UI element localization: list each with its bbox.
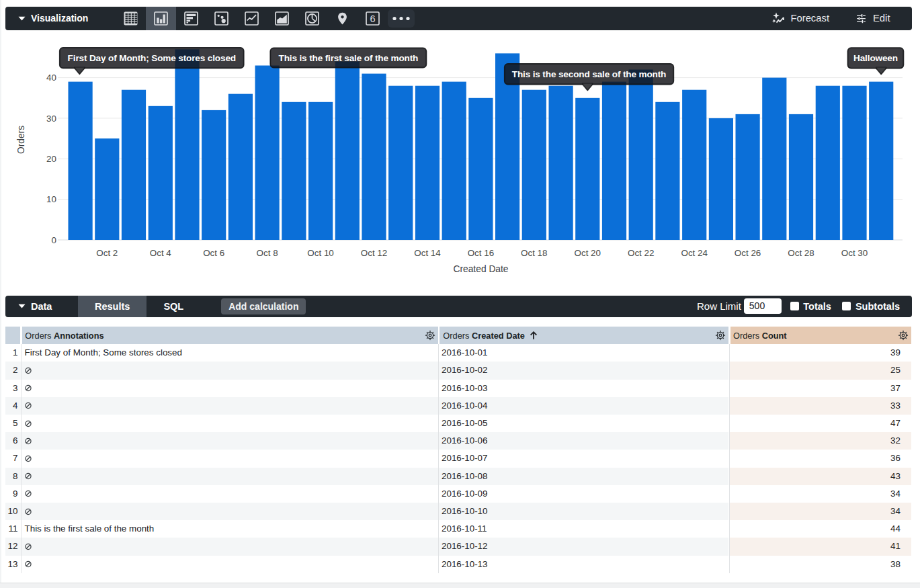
svg-text:Oct 28: Oct 28 — [788, 248, 814, 258]
svg-text:This is the first sale of the: This is the first sale of the month — [279, 53, 419, 63]
svg-text:Oct 6: Oct 6 — [203, 248, 224, 258]
svg-text:Oct 30: Oct 30 — [841, 248, 868, 258]
svg-text:This is the second sale of the: This is the second sale of the month — [512, 69, 667, 79]
svg-text:Oct 12: Oct 12 — [361, 248, 387, 258]
svg-text:Oct 2: Oct 2 — [96, 248, 118, 258]
svg-text:Oct 10: Oct 10 — [307, 248, 333, 258]
svg-text:Oct 24: Oct 24 — [681, 248, 708, 258]
svg-text:Oct 26: Oct 26 — [735, 248, 761, 258]
svg-text:Oct 20: Oct 20 — [575, 248, 601, 258]
svg-text:Oct 22: Oct 22 — [628, 248, 654, 258]
svg-text:40: 40 — [46, 73, 56, 83]
svg-text:Oct 14: Oct 14 — [414, 248, 441, 258]
svg-text:20: 20 — [46, 154, 56, 164]
svg-text:Orders: Orders — [16, 126, 26, 154]
svg-text:10: 10 — [46, 194, 56, 204]
svg-text:0: 0 — [52, 235, 56, 245]
svg-text:Oct 4: Oct 4 — [150, 248, 172, 258]
svg-text:Created Date: Created Date — [453, 264, 508, 274]
svg-text:Oct 18: Oct 18 — [521, 248, 547, 258]
svg-text:Halloween: Halloween — [853, 53, 898, 63]
svg-text:Oct 8: Oct 8 — [257, 248, 278, 258]
svg-text:First Day of Month; Some store: First Day of Month; Some stores closed — [68, 53, 236, 63]
svg-text:30: 30 — [46, 114, 56, 124]
svg-text:Oct 16: Oct 16 — [468, 248, 494, 258]
